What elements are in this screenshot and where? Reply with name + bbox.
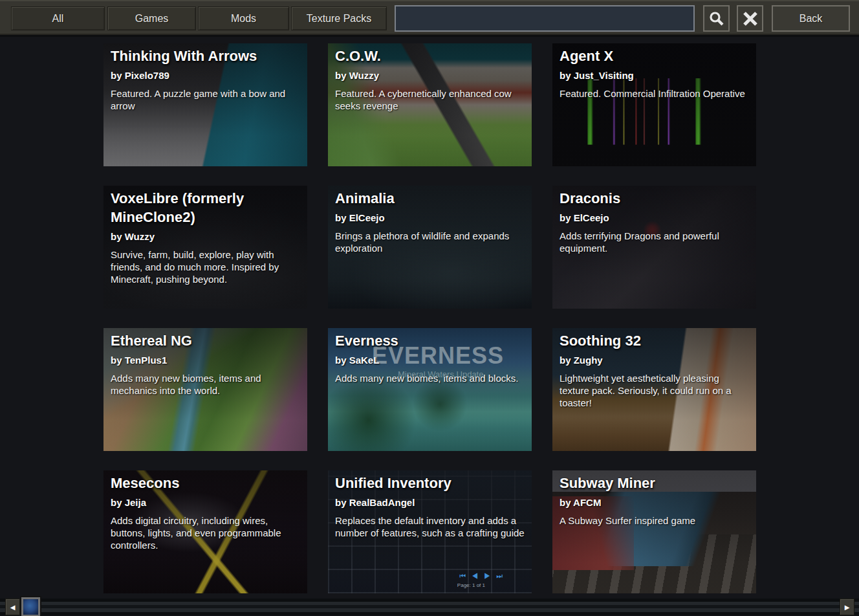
package-card-subway-miner[interactable]: Subway Miner by AFCM A Subway Surfer ins… bbox=[552, 470, 756, 593]
search-button[interactable] bbox=[703, 5, 730, 32]
package-author: by Wuzzy bbox=[111, 231, 300, 242]
package-title: Unified Inventory bbox=[335, 474, 525, 492]
topbar: All Games Mods Texture Packs Back bbox=[0, 0, 859, 37]
package-title: Ethereal NG bbox=[111, 331, 300, 350]
package-description: Brings a plethora of wildlife and expand… bbox=[335, 230, 525, 254]
package-author: by ElCeejo bbox=[560, 212, 749, 223]
package-card-cow[interactable]: C.O.W. by Wuzzy Featured. A cybernetical… bbox=[328, 43, 532, 166]
scroll-right-button[interactable]: ▶ bbox=[840, 599, 854, 615]
package-card-mesecons[interactable]: Mesecons by Jeija Adds digital circuitry… bbox=[103, 470, 307, 593]
package-description: Featured. Commercial Infiltration Operat… bbox=[560, 87, 749, 100]
package-title: Thinking With Arrows bbox=[111, 47, 300, 65]
tab-texture-packs[interactable]: Texture Packs bbox=[291, 6, 387, 30]
package-description: Featured. A puzzle game with a bow and a… bbox=[111, 87, 300, 112]
package-author: by Wuzzy bbox=[335, 70, 525, 81]
clear-search-button[interactable] bbox=[737, 5, 763, 32]
tab-games[interactable]: Games bbox=[107, 6, 196, 30]
scrollbar-thumb[interactable] bbox=[21, 597, 40, 616]
package-author: by ElCeejo bbox=[335, 212, 525, 223]
package-description: A Subway Surfer inspired game bbox=[560, 514, 749, 527]
package-title: VoxeLibre (formerly MineClone2) bbox=[111, 189, 300, 226]
package-title: Subway Miner bbox=[560, 474, 749, 492]
package-card-draconis[interactable]: Draconis by ElCeejo Adds terrifying Drag… bbox=[552, 186, 756, 309]
back-button[interactable]: Back bbox=[772, 5, 850, 32]
scroll-left-button[interactable]: ◀ bbox=[5, 599, 20, 615]
package-description: Featured. A cybernetically enhanced cow … bbox=[335, 87, 525, 112]
package-card-ethereal-ng[interactable]: Ethereal NG by TenPlus1 Adds many new bi… bbox=[103, 328, 307, 451]
package-description: Adds digital circuitry, including wires,… bbox=[111, 514, 300, 551]
package-description: Replaces the default inventory and adds … bbox=[335, 514, 525, 539]
package-card-everness[interactable]: EVERNESS Mineral Waters Update Everness … bbox=[328, 328, 532, 451]
package-card-animalia[interactable]: Animalia by ElCeejo Brings a plethora of… bbox=[328, 186, 532, 309]
search-input[interactable] bbox=[395, 5, 695, 32]
package-title: C.O.W. bbox=[335, 47, 525, 65]
thumbnail-pagination-arrows: ⏮ ◀ ▶ ⏭ bbox=[459, 572, 505, 580]
package-title: Draconis bbox=[560, 189, 749, 208]
search-icon bbox=[708, 10, 725, 27]
package-author: by AFCM bbox=[560, 497, 749, 508]
package-grid: Thinking With Arrows by Pixelo789 Featur… bbox=[103, 43, 757, 593]
package-author: by RealBadAngel bbox=[335, 497, 525, 508]
tab-mods[interactable]: Mods bbox=[198, 6, 289, 30]
package-description: Adds many new biomes, items and blocks. bbox=[335, 372, 525, 384]
package-author: by Jeija bbox=[111, 497, 300, 508]
package-card-unified-inventory[interactable]: ⏮ ◀ ▶ ⏭ Page: 1 of 1 Unified Inventory b… bbox=[328, 470, 532, 593]
close-icon bbox=[742, 10, 759, 27]
package-card-voxelibre[interactable]: VoxeLibre (formerly MineClone2) by Wuzzy… bbox=[103, 186, 307, 309]
package-author: by SaKeL bbox=[335, 355, 525, 366]
package-author: by TenPlus1 bbox=[111, 355, 300, 366]
package-title: Everness bbox=[335, 331, 525, 350]
package-description: Survive, farm, build, explore, play with… bbox=[111, 248, 300, 285]
thumbnail-page-indicator: Page: 1 of 1 bbox=[457, 582, 485, 588]
horizontal-scrollbar[interactable]: ◀ ▶ bbox=[0, 599, 859, 615]
package-author: by Zughy bbox=[560, 355, 749, 366]
tab-all[interactable]: All bbox=[11, 6, 105, 30]
package-title: Soothing 32 bbox=[560, 331, 749, 350]
package-author: by Just_Visiting bbox=[560, 70, 749, 81]
package-description: Lightweight yet aesthetically pleasing t… bbox=[560, 372, 749, 409]
package-card-soothing-32[interactable]: Soothing 32 by Zughy Lightweight yet aes… bbox=[552, 328, 756, 451]
package-description: Adds terrifying Dragons and powerful equ… bbox=[560, 230, 749, 254]
package-description: Adds many new biomes, items and mechanic… bbox=[111, 372, 300, 397]
package-card-agent-x[interactable]: Agent X by Just_Visiting Featured. Comme… bbox=[552, 43, 756, 166]
package-title: Animalia bbox=[335, 189, 525, 208]
left-arrow-icon: ◀ bbox=[10, 604, 16, 611]
package-title: Mesecons bbox=[111, 474, 300, 492]
package-author: by Pixelo789 bbox=[111, 70, 300, 81]
right-arrow-icon: ▶ bbox=[845, 604, 850, 611]
package-card-thinking-with-arrows[interactable]: Thinking With Arrows by Pixelo789 Featur… bbox=[103, 43, 307, 166]
package-title: Agent X bbox=[560, 47, 749, 65]
